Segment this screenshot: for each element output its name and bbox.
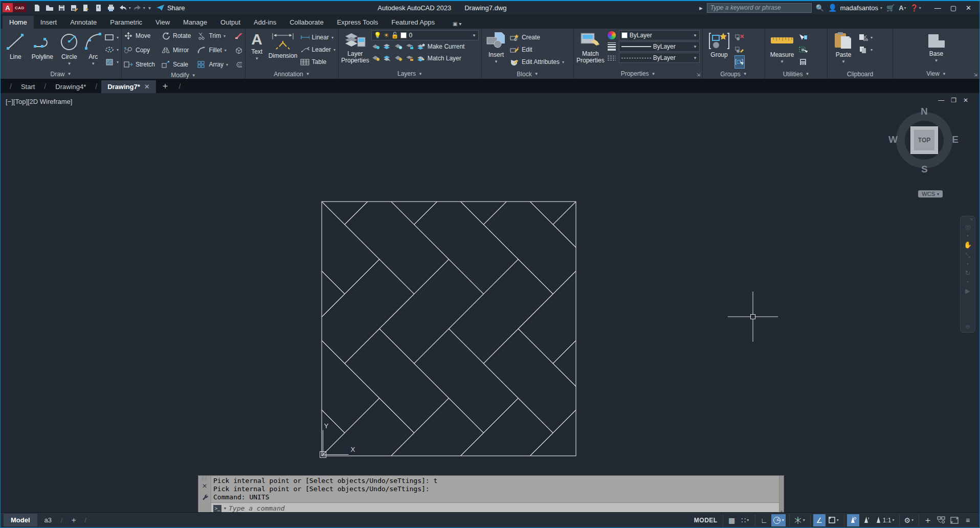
zoom-dropdown[interactable]: ▾ (967, 262, 969, 266)
linear-dropdown[interactable]: ▾ (331, 35, 333, 40)
paste-button[interactable]: Paste ▼ (830, 30, 857, 69)
layer-thaw2-icon[interactable] (394, 54, 403, 62)
share-button[interactable]: Share (156, 4, 185, 12)
new-drawing-tab-button[interactable]: ＋ (156, 79, 175, 93)
model-space-button[interactable]: MODEL (690, 514, 722, 526)
rotate-button[interactable]: Rotate (161, 30, 191, 42)
clean-screen-button[interactable] (948, 514, 961, 526)
layer-on2-icon[interactable] (371, 54, 381, 62)
viewcube-east[interactable]: E (952, 134, 959, 145)
tab-view[interactable]: View (149, 16, 176, 29)
layer-unisolate-icon[interactable] (383, 54, 392, 62)
annotation-autoscale-toggle[interactable] (860, 514, 873, 526)
command-scrollbar[interactable]: ▾ (779, 476, 784, 512)
layer-dropdown[interactable]: ▼ (472, 33, 476, 38)
tab-insert[interactable]: Insert (34, 16, 64, 29)
block-create-button[interactable]: Create (510, 31, 564, 43)
panel-label-modify[interactable]: Modify▼ (122, 72, 245, 79)
pan-icon[interactable]: ✋ (964, 241, 972, 248)
command-grip[interactable]: ⣿⣿ ✕ (198, 476, 211, 512)
search-expand-arrow[interactable]: ▸ (699, 4, 703, 12)
command-input-row[interactable]: >_ ▾ Type a command (211, 502, 779, 512)
object-snap-tracking-toggle[interactable]: ∠ (813, 514, 826, 526)
fillet-button[interactable]: Fillet▾ (197, 44, 228, 56)
match-properties-button[interactable]: MatchProperties (576, 30, 605, 69)
snap-toggle[interactable]: ∷▾ (739, 514, 751, 526)
wcs-menu[interactable]: WCS▾ (918, 190, 943, 197)
scale-button[interactable]: Scale (161, 58, 191, 71)
copy-clip-button[interactable]: ▾ (859, 43, 873, 56)
base-button[interactable]: Base ▼ (923, 30, 950, 69)
layer-isolate-icon[interactable] (383, 42, 392, 51)
file-tab-drawing4[interactable]: Drawing4* (50, 80, 91, 93)
panel-label-draw[interactable]: Draw▼ (1, 69, 121, 79)
id-point-button[interactable] (798, 31, 808, 43)
insert-button[interactable]: Insert ▼ (484, 30, 508, 69)
orbit-icon[interactable]: ↻ (965, 270, 971, 276)
layer-properties-button[interactable]: LayerProperties (341, 30, 369, 69)
layer-freeze-icon[interactable] (394, 42, 403, 51)
move-button[interactable]: Move (124, 30, 155, 42)
object-snap-toggle[interactable]: ▾ (827, 514, 840, 526)
offset-button[interactable] (234, 58, 243, 71)
redo-dropdown[interactable]: ▾ (143, 6, 145, 10)
tab-parametric[interactable]: Parametric (103, 16, 149, 29)
autodesk-apps-icon[interactable]: A▾ (899, 4, 906, 12)
search-input[interactable] (707, 3, 812, 13)
tab-express-tools[interactable]: Express Tools (330, 16, 385, 29)
linear-button[interactable]: Linear▾ (300, 31, 336, 43)
linetype-dropdown[interactable]: ▼ (693, 56, 697, 60)
make-current-button[interactable]: Make Current (428, 43, 465, 50)
block-edit-attributes-button[interactable]: Edit Attributes▾ (510, 56, 564, 68)
properties-dialog-launcher[interactable]: ⇲ (696, 72, 700, 77)
panel-label-clipboard[interactable]: Clipboard (828, 69, 893, 79)
group-selection-toggle[interactable] (735, 56, 744, 68)
undo-dropdown[interactable]: ▾ (129, 6, 131, 10)
rectangle-dropdown[interactable]: ▾ (117, 35, 119, 40)
workspace-switching-button[interactable]: ⚙▾ (902, 514, 915, 526)
layer-off-icon[interactable] (371, 42, 381, 51)
plot-button[interactable] (105, 3, 117, 13)
annotation-scale-list-button[interactable]: 1:1▾ (874, 514, 896, 526)
object-color-dropdown[interactable]: ▼ (693, 33, 697, 38)
copy-button[interactable]: Copy (124, 44, 155, 56)
ellipse-icon[interactable] (105, 46, 114, 54)
file-tab-close-icon[interactable]: ✕ (144, 83, 150, 91)
explode-button[interactable] (234, 44, 243, 56)
arc-dropdown[interactable]: ▼ (91, 61, 95, 66)
zoom-extents-icon[interactable]: ⤡ (965, 252, 970, 258)
grid-toggle[interactable]: ▦ (726, 514, 738, 526)
customization-menu-button[interactable]: ≡ (962, 514, 974, 526)
base-dropdown[interactable]: ▼ (934, 58, 939, 63)
circle-dropdown[interactable]: ▼ (67, 61, 71, 66)
panel-label-utilities[interactable]: Utilities▼ (765, 69, 827, 79)
hatch-icon[interactable] (105, 58, 114, 66)
leader-button[interactable]: Leader▾ (300, 43, 336, 56)
file-tab-drawing7[interactable]: Drawing7* ✕ (101, 80, 155, 93)
stretch-button[interactable]: Stretch (124, 58, 155, 71)
recent-commands-dropdown[interactable]: ▾ (224, 506, 226, 511)
panel-label-properties[interactable]: Properties▼⇲ (574, 69, 702, 79)
table-button[interactable]: Table (300, 56, 336, 68)
undo-button[interactable] (118, 3, 129, 13)
command-input-placeholder[interactable]: Type a command (229, 504, 285, 512)
trim-button[interactable]: Trim▾ (197, 30, 228, 42)
command-history[interactable]: Pick internal point or [Select objects/U… (211, 476, 779, 502)
erase-button[interactable] (234, 30, 243, 42)
navbar-collapse-icon[interactable]: ⊖ (965, 323, 970, 330)
group-button[interactable]: Group (705, 30, 733, 69)
command-close-icon[interactable]: ✕ (202, 482, 207, 490)
quick-calculator-button[interactable] (798, 56, 808, 68)
layer-select[interactable]: 💡 ☀ 🔓 0 ▼ (371, 30, 479, 40)
hatch-dropdown[interactable]: ▾ (117, 60, 119, 64)
ellipse-dropdown[interactable]: ▾ (117, 48, 119, 52)
rectangle-icon[interactable] (105, 33, 114, 41)
match-layer-button[interactable]: Match Layer (428, 55, 461, 62)
tab-addins[interactable]: Add-ins (247, 16, 283, 29)
annotation-visibility-toggle[interactable] (847, 514, 859, 526)
panel-label-annotation[interactable]: Annotation▼ (246, 69, 338, 79)
tab-collaborate[interactable]: Collaborate (283, 16, 330, 29)
redo-button[interactable] (132, 3, 143, 13)
leader-dropdown[interactable]: ▾ (333, 48, 336, 52)
block-edit-button[interactable]: Edit (510, 43, 564, 56)
